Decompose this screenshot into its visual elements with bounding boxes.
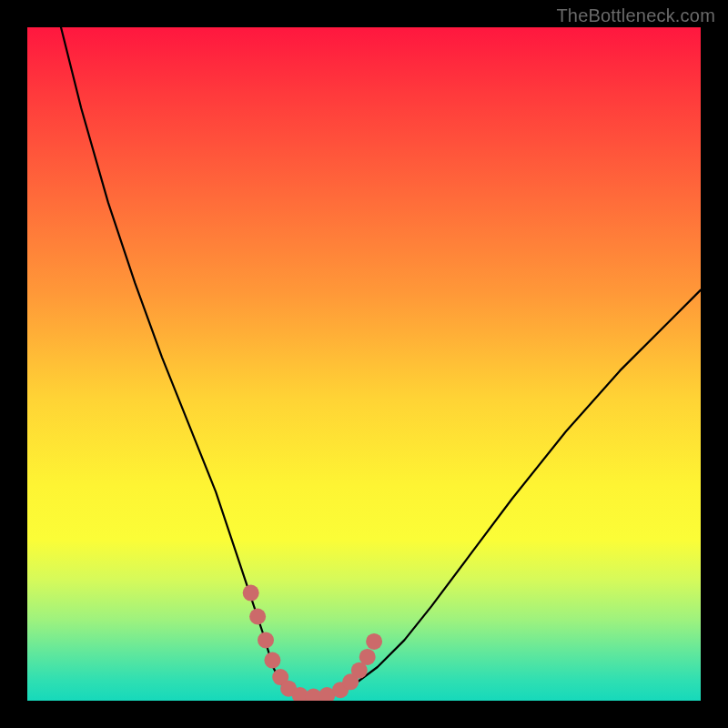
highlight-dots-series <box>243 585 382 701</box>
highlight-dot <box>359 649 376 665</box>
highlight-dot <box>249 609 266 625</box>
highlight-dot <box>366 633 382 650</box>
chart-svg <box>27 27 701 701</box>
watermark-text: TheBottleneck.com <box>556 5 715 26</box>
curve-series <box>61 27 701 697</box>
gradient-plot-area <box>27 27 701 701</box>
highlight-dot <box>243 585 259 602</box>
highlight-dot <box>258 632 274 648</box>
highlight-dot <box>264 652 280 669</box>
curve-path <box>61 27 701 697</box>
